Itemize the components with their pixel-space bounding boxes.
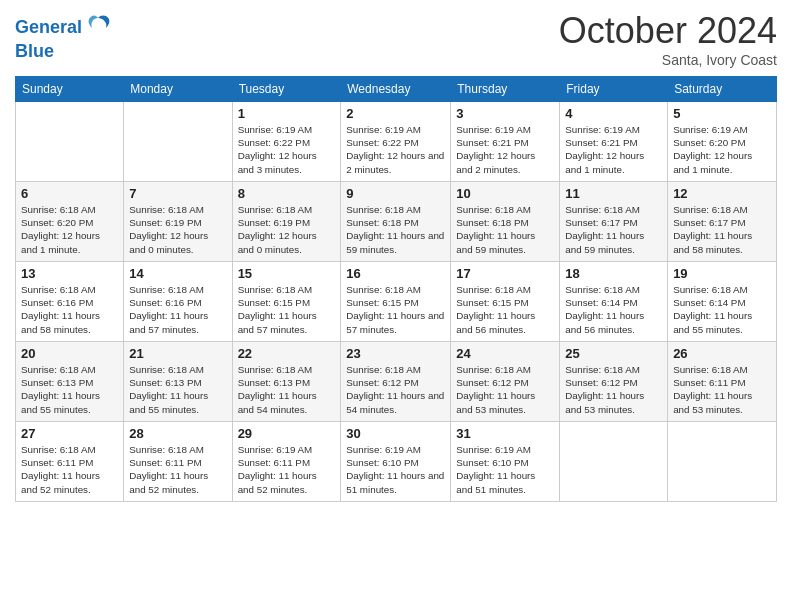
calendar-table: Sunday Monday Tuesday Wednesday Thursday… xyxy=(15,76,777,502)
day-info: Sunrise: 6:18 AM Sunset: 6:11 PM Dayligh… xyxy=(21,443,118,496)
day-info: Sunrise: 6:18 AM Sunset: 6:13 PM Dayligh… xyxy=(238,363,336,416)
day-cell: 12Sunrise: 6:18 AM Sunset: 6:17 PM Dayli… xyxy=(668,182,777,262)
day-cell: 7Sunrise: 6:18 AM Sunset: 6:19 PM Daylig… xyxy=(124,182,232,262)
week-row-4: 20Sunrise: 6:18 AM Sunset: 6:13 PM Dayli… xyxy=(16,342,777,422)
col-tuesday: Tuesday xyxy=(232,77,341,102)
calendar-body: 1Sunrise: 6:19 AM Sunset: 6:22 PM Daylig… xyxy=(16,102,777,502)
day-number: 30 xyxy=(346,426,445,441)
day-number: 17 xyxy=(456,266,554,281)
day-info: Sunrise: 6:19 AM Sunset: 6:21 PM Dayligh… xyxy=(456,123,554,176)
day-number: 29 xyxy=(238,426,336,441)
day-cell: 14Sunrise: 6:18 AM Sunset: 6:16 PM Dayli… xyxy=(124,262,232,342)
day-cell: 1Sunrise: 6:19 AM Sunset: 6:22 PM Daylig… xyxy=(232,102,341,182)
day-number: 1 xyxy=(238,106,336,121)
day-cell xyxy=(560,422,668,502)
day-cell: 28Sunrise: 6:18 AM Sunset: 6:11 PM Dayli… xyxy=(124,422,232,502)
day-info: Sunrise: 6:18 AM Sunset: 6:14 PM Dayligh… xyxy=(565,283,662,336)
day-cell: 9Sunrise: 6:18 AM Sunset: 6:18 PM Daylig… xyxy=(341,182,451,262)
day-info: Sunrise: 6:18 AM Sunset: 6:12 PM Dayligh… xyxy=(456,363,554,416)
col-sunday: Sunday xyxy=(16,77,124,102)
day-cell: 29Sunrise: 6:19 AM Sunset: 6:11 PM Dayli… xyxy=(232,422,341,502)
day-cell: 2Sunrise: 6:19 AM Sunset: 6:22 PM Daylig… xyxy=(341,102,451,182)
day-number: 8 xyxy=(238,186,336,201)
logo-text: General xyxy=(15,18,82,38)
header: General Blue October 2024 Santa, Ivory C… xyxy=(15,10,777,68)
day-cell xyxy=(668,422,777,502)
day-number: 3 xyxy=(456,106,554,121)
day-cell xyxy=(16,102,124,182)
day-cell: 23Sunrise: 6:18 AM Sunset: 6:12 PM Dayli… xyxy=(341,342,451,422)
day-info: Sunrise: 6:18 AM Sunset: 6:17 PM Dayligh… xyxy=(565,203,662,256)
week-row-3: 13Sunrise: 6:18 AM Sunset: 6:16 PM Dayli… xyxy=(16,262,777,342)
day-info: Sunrise: 6:18 AM Sunset: 6:14 PM Dayligh… xyxy=(673,283,771,336)
day-info: Sunrise: 6:18 AM Sunset: 6:12 PM Dayligh… xyxy=(565,363,662,416)
logo-icon xyxy=(84,14,112,42)
page: General Blue October 2024 Santa, Ivory C… xyxy=(0,0,792,612)
day-info: Sunrise: 6:18 AM Sunset: 6:15 PM Dayligh… xyxy=(346,283,445,336)
day-info: Sunrise: 6:18 AM Sunset: 6:16 PM Dayligh… xyxy=(129,283,226,336)
day-info: Sunrise: 6:18 AM Sunset: 6:15 PM Dayligh… xyxy=(238,283,336,336)
day-number: 28 xyxy=(129,426,226,441)
location-subtitle: Santa, Ivory Coast xyxy=(559,52,777,68)
day-number: 16 xyxy=(346,266,445,281)
day-number: 19 xyxy=(673,266,771,281)
day-number: 13 xyxy=(21,266,118,281)
day-number: 10 xyxy=(456,186,554,201)
day-cell: 30Sunrise: 6:19 AM Sunset: 6:10 PM Dayli… xyxy=(341,422,451,502)
day-cell: 22Sunrise: 6:18 AM Sunset: 6:13 PM Dayli… xyxy=(232,342,341,422)
day-number: 7 xyxy=(129,186,226,201)
day-info: Sunrise: 6:18 AM Sunset: 6:17 PM Dayligh… xyxy=(673,203,771,256)
day-info: Sunrise: 6:18 AM Sunset: 6:19 PM Dayligh… xyxy=(129,203,226,256)
day-number: 2 xyxy=(346,106,445,121)
day-info: Sunrise: 6:18 AM Sunset: 6:11 PM Dayligh… xyxy=(129,443,226,496)
day-info: Sunrise: 6:18 AM Sunset: 6:16 PM Dayligh… xyxy=(21,283,118,336)
day-cell: 6Sunrise: 6:18 AM Sunset: 6:20 PM Daylig… xyxy=(16,182,124,262)
week-row-2: 6Sunrise: 6:18 AM Sunset: 6:20 PM Daylig… xyxy=(16,182,777,262)
day-cell: 19Sunrise: 6:18 AM Sunset: 6:14 PM Dayli… xyxy=(668,262,777,342)
day-number: 23 xyxy=(346,346,445,361)
day-cell: 21Sunrise: 6:18 AM Sunset: 6:13 PM Dayli… xyxy=(124,342,232,422)
week-row-5: 27Sunrise: 6:18 AM Sunset: 6:11 PM Dayli… xyxy=(16,422,777,502)
day-number: 12 xyxy=(673,186,771,201)
day-cell: 16Sunrise: 6:18 AM Sunset: 6:15 PM Dayli… xyxy=(341,262,451,342)
day-info: Sunrise: 6:19 AM Sunset: 6:20 PM Dayligh… xyxy=(673,123,771,176)
day-number: 20 xyxy=(21,346,118,361)
col-thursday: Thursday xyxy=(451,77,560,102)
day-cell: 17Sunrise: 6:18 AM Sunset: 6:15 PM Dayli… xyxy=(451,262,560,342)
day-number: 27 xyxy=(21,426,118,441)
day-cell xyxy=(124,102,232,182)
day-cell: 3Sunrise: 6:19 AM Sunset: 6:21 PM Daylig… xyxy=(451,102,560,182)
day-info: Sunrise: 6:18 AM Sunset: 6:18 PM Dayligh… xyxy=(346,203,445,256)
day-cell: 5Sunrise: 6:19 AM Sunset: 6:20 PM Daylig… xyxy=(668,102,777,182)
day-number: 4 xyxy=(565,106,662,121)
day-number: 11 xyxy=(565,186,662,201)
day-number: 14 xyxy=(129,266,226,281)
day-info: Sunrise: 6:18 AM Sunset: 6:15 PM Dayligh… xyxy=(456,283,554,336)
col-saturday: Saturday xyxy=(668,77,777,102)
day-cell: 26Sunrise: 6:18 AM Sunset: 6:11 PM Dayli… xyxy=(668,342,777,422)
day-info: Sunrise: 6:18 AM Sunset: 6:19 PM Dayligh… xyxy=(238,203,336,256)
col-wednesday: Wednesday xyxy=(341,77,451,102)
day-cell: 24Sunrise: 6:18 AM Sunset: 6:12 PM Dayli… xyxy=(451,342,560,422)
day-info: Sunrise: 6:18 AM Sunset: 6:12 PM Dayligh… xyxy=(346,363,445,416)
day-cell: 25Sunrise: 6:18 AM Sunset: 6:12 PM Dayli… xyxy=(560,342,668,422)
day-info: Sunrise: 6:18 AM Sunset: 6:20 PM Dayligh… xyxy=(21,203,118,256)
day-cell: 15Sunrise: 6:18 AM Sunset: 6:15 PM Dayli… xyxy=(232,262,341,342)
logo: General Blue xyxy=(15,14,112,62)
day-info: Sunrise: 6:19 AM Sunset: 6:22 PM Dayligh… xyxy=(238,123,336,176)
day-number: 9 xyxy=(346,186,445,201)
day-cell: 11Sunrise: 6:18 AM Sunset: 6:17 PM Dayli… xyxy=(560,182,668,262)
day-info: Sunrise: 6:18 AM Sunset: 6:13 PM Dayligh… xyxy=(129,363,226,416)
day-number: 18 xyxy=(565,266,662,281)
day-cell: 18Sunrise: 6:18 AM Sunset: 6:14 PM Dayli… xyxy=(560,262,668,342)
day-info: Sunrise: 6:19 AM Sunset: 6:10 PM Dayligh… xyxy=(346,443,445,496)
week-row-1: 1Sunrise: 6:19 AM Sunset: 6:22 PM Daylig… xyxy=(16,102,777,182)
day-number: 6 xyxy=(21,186,118,201)
month-title: October 2024 xyxy=(559,10,777,52)
day-number: 26 xyxy=(673,346,771,361)
day-info: Sunrise: 6:18 AM Sunset: 6:11 PM Dayligh… xyxy=(673,363,771,416)
calendar-header: Sunday Monday Tuesday Wednesday Thursday… xyxy=(16,77,777,102)
day-cell: 31Sunrise: 6:19 AM Sunset: 6:10 PM Dayli… xyxy=(451,422,560,502)
day-number: 24 xyxy=(456,346,554,361)
day-info: Sunrise: 6:18 AM Sunset: 6:18 PM Dayligh… xyxy=(456,203,554,256)
